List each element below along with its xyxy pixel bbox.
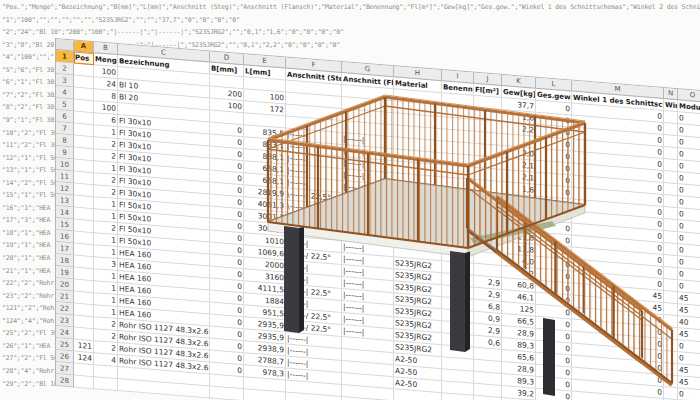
cell[interactable] (664, 147, 678, 160)
cell[interactable] (74, 376, 94, 390)
cell[interactable] (664, 219, 678, 232)
cell[interactable] (664, 231, 678, 244)
cell[interactable] (664, 291, 678, 304)
cell[interactable] (664, 351, 678, 364)
csv-line: "2";"24";"Bl 10";"200";"100";"|------|";… (2, 28, 344, 36)
cell[interactable]: 0 (678, 388, 700, 400)
row-header-28[interactable]: 28 (56, 374, 74, 387)
cell[interactable]: 0 (536, 389, 572, 400)
cell[interactable] (664, 339, 678, 352)
spreadsheet: ABCDEFGHIJKLMNO 1PosMengeBezeichnungB[mm… (55, 38, 700, 400)
cell[interactable] (664, 195, 678, 208)
header-cell[interactable]: Winkel 2 des Schnittschemas (664, 99, 678, 112)
csv-line: "1";"100";"";"";"";"";"";"S235JRG2";"";"… (2, 16, 240, 24)
cell[interactable] (664, 303, 678, 316)
cell[interactable] (664, 171, 678, 184)
cell[interactable] (210, 386, 244, 400)
cell[interactable] (664, 387, 678, 400)
cell[interactable] (664, 183, 678, 196)
cell[interactable] (664, 315, 678, 328)
sheet-body: 1PosMengeBezeichnungB[mm]L[mm]Anschnitt … (56, 50, 700, 400)
cell[interactable] (664, 111, 678, 124)
cell[interactable] (94, 377, 118, 391)
cell[interactable] (664, 363, 678, 376)
cell[interactable] (664, 135, 678, 148)
cell[interactable] (664, 243, 678, 256)
cell[interactable] (664, 207, 678, 220)
cell[interactable] (664, 255, 678, 268)
cell[interactable] (664, 327, 678, 340)
cell[interactable] (664, 267, 678, 280)
csv-line: "Pos.";"Menge";"Bezeichnung";"B[mm]";"L[… (2, 3, 700, 11)
cell[interactable] (664, 375, 678, 388)
cell[interactable] (664, 279, 678, 292)
cell[interactable] (664, 123, 678, 136)
cell[interactable] (664, 159, 678, 172)
